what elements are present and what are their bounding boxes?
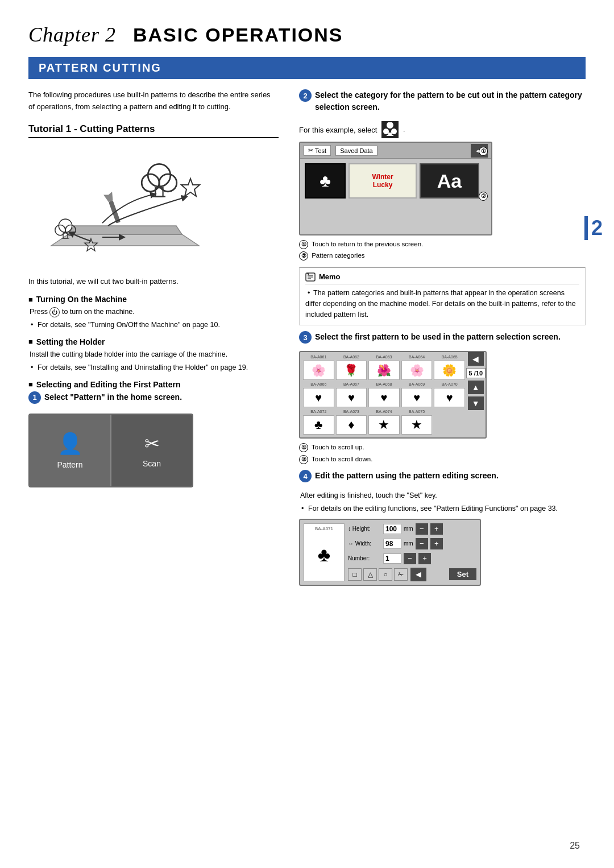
toolbar-btn-cut[interactable]: ✁: [394, 568, 408, 581]
width-value: 98: [383, 539, 401, 549]
pattern-cell-r2c1[interactable]: ♥: [303, 388, 334, 407]
section-header: PATTERN CUTTING: [28, 57, 586, 79]
width-plus-btn[interactable]: +: [430, 538, 443, 549]
pattern-label: Pattern: [57, 460, 82, 469]
anno2-text: ② Pattern categories: [299, 250, 586, 261]
svg-point-18: [387, 122, 393, 129]
pattern-cell-r3c2[interactable]: ♦: [336, 415, 367, 435]
step3-anno1-circle: ①: [299, 443, 308, 452]
scroll-up-btn[interactable]: ▲: [468, 381, 484, 394]
setting-holder-body: Install the cutting blade holder into th…: [28, 349, 279, 360]
pattern-label-r1c1: BA-A061: [303, 355, 334, 359]
step3-row: 3 Select the first pattern to be used in…: [299, 331, 586, 348]
turning-on-heading: Turning On the Machine: [28, 295, 279, 304]
step3-circle: 3: [299, 331, 312, 344]
number-row: Number: 1 − +: [348, 553, 476, 564]
pattern-cell-r1c5[interactable]: 🌼: [434, 361, 465, 380]
anno-circle-1: ①: [479, 146, 488, 156]
set-button[interactable]: Set: [449, 568, 476, 580]
pattern-cell-r1c4[interactable]: 🌸: [401, 361, 433, 380]
memo-body: The pattern categories and built-in patt…: [305, 289, 576, 319]
step3-anno2-text: ② Touch to scroll down.: [299, 454, 586, 464]
pattern-cell-r2c5[interactable]: ♥: [434, 388, 465, 407]
pattern-label-r1c3: BA-A063: [368, 355, 400, 359]
height-minus-btn[interactable]: −: [416, 523, 428, 535]
height-row: ↕ Height: 100 mm − +: [348, 523, 476, 535]
pattern-label-r1c4: BA-A064: [401, 355, 433, 359]
step3-anno1-label: Touch to scroll up.: [312, 444, 364, 450]
edit-pattern-preview: BA-A071 ♣: [304, 523, 345, 581]
number-value: 1: [383, 553, 401, 564]
pattern-label-r2c1: BA-A066: [303, 382, 334, 386]
pattern-cell-r3c3[interactable]: ★: [368, 415, 400, 435]
illustration-caption: In this tutorial, we will cut two built-…: [28, 276, 279, 287]
pattern-cell-r3c5: [434, 415, 465, 435]
chapter-tab-number: 2: [584, 216, 603, 240]
chapter-italic: Chapter 2: [28, 23, 116, 46]
back-btn-pattern[interactable]: ◀: [468, 352, 484, 366]
pattern-cell-r3c4[interactable]: ★: [401, 415, 433, 435]
club-category[interactable]: ♣: [305, 163, 346, 199]
toolbar-btn-tri[interactable]: △: [363, 568, 377, 581]
turning-on-bullet: For details, see "Turning On/Off the Mac…: [28, 320, 279, 330]
cutting-illustration: [28, 146, 222, 271]
pattern-label-r1c2: BA-A062: [336, 355, 367, 359]
pattern-cell-r1c3[interactable]: 🌺: [368, 361, 400, 380]
pattern-selection-screen: BA-A061 BA-A062 BA-A063 BA-A064 BA-A065 …: [299, 351, 487, 439]
height-plus-btn[interactable]: +: [430, 523, 443, 535]
cat-topbar: ✂ Test Saved Data ◀: [300, 143, 491, 159]
test-button[interactable]: ✂ Test: [304, 145, 331, 156]
height-unit: mm: [404, 526, 413, 532]
category-items: ♣ Winter Lucky Aa: [300, 159, 491, 201]
edit-toolbar: □ △ ○ ✁ ◀ Set: [348, 568, 476, 581]
svg-point-20: [391, 129, 397, 134]
step1-circle: 1: [28, 391, 41, 404]
step4-row: 4 Edit the pattern using the pattern edi…: [299, 470, 586, 486]
pattern-cell-r2c3[interactable]: ♥: [368, 388, 400, 407]
step3-label: Select the first pattern to be used in t…: [315, 331, 586, 343]
scissor-icon: ✂: [308, 147, 313, 154]
pattern-button[interactable]: 👤 Pattern: [30, 415, 111, 486]
step4-bullet: For details on the editing functions, se…: [299, 503, 586, 514]
number-plus-btn[interactable]: +: [418, 553, 431, 564]
scan-button[interactable]: ✂ Scan: [111, 415, 192, 486]
anno1-text: ① Touch to return to the previous screen…: [299, 239, 586, 249]
turning-on-body: Press ⏻ to turn on the machine.: [28, 306, 279, 317]
anno-circle-2: ②: [479, 191, 488, 201]
number-label: Number:: [348, 555, 381, 561]
memo-box: Memo The pattern categories and built-in…: [299, 267, 586, 326]
pattern-cell-r2c4[interactable]: ♥: [401, 388, 433, 407]
toolbar-btn-rect[interactable]: □: [348, 568, 362, 581]
memo-title: Memo: [305, 272, 579, 284]
edit-back-btn[interactable]: ◀: [410, 568, 426, 581]
for-example-text: For this example, select: [299, 126, 377, 134]
scan-icon: ✂: [144, 433, 160, 454]
width-minus-btn[interactable]: −: [416, 538, 428, 549]
pattern-label-r2c5: BA-A070: [434, 382, 465, 386]
category-screen-mockup: ✂ Test Saved Data ◀ ♣ Winter Lucky: [299, 142, 492, 235]
svg-marker-0: [51, 234, 199, 246]
scroll-down-btn[interactable]: ▼: [468, 396, 484, 410]
svg-point-19: [383, 129, 389, 134]
saved-data-button[interactable]: Saved Data: [335, 146, 377, 156]
edit-pattern-id: BA-A071: [315, 526, 333, 531]
toolbar-btn-circle[interactable]: ○: [379, 568, 392, 581]
text-category[interactable]: Aa: [420, 163, 479, 199]
setting-holder-heading: Setting the Holder: [28, 337, 279, 346]
number-minus-btn[interactable]: −: [404, 553, 416, 564]
pattern-cell-r1c1[interactable]: 🌸: [303, 361, 334, 380]
height-value: 100: [383, 524, 401, 534]
pattern-label-r3c4: BA-A075: [401, 410, 433, 414]
height-label: ↕ Height:: [348, 526, 381, 532]
for-example-row: For this example, select .: [299, 121, 586, 138]
edit-pattern-icon: ♣: [318, 544, 330, 566]
pattern-cell-r1c2[interactable]: 🌹: [336, 361, 367, 380]
pattern-cell-r2c2[interactable]: ♥: [336, 388, 367, 407]
pattern-cell-r3c1[interactable]: ♣: [303, 415, 334, 435]
winter-category[interactable]: Winter Lucky: [349, 163, 417, 199]
step3-anno1-text: ① Touch to scroll up.: [299, 442, 586, 452]
pattern-label-r3c3: BA-A074: [368, 410, 400, 414]
svg-marker-9: [181, 179, 200, 196]
pattern-label-r3c1: BA-A072: [303, 410, 334, 414]
example-shape: [381, 121, 399, 138]
